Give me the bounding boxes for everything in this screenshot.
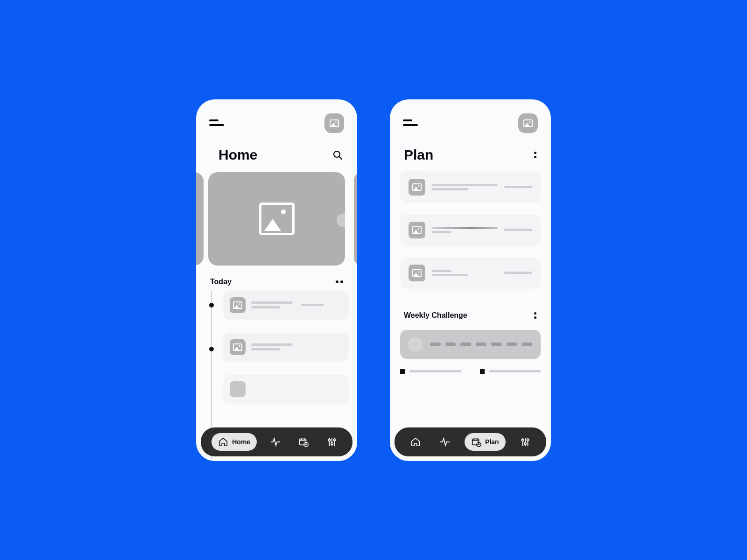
topbar [196,99,357,138]
svg-point-21 [524,442,526,444]
search-icon[interactable] [332,149,343,161]
nav-settings[interactable] [322,433,342,451]
card-thumbnail [230,297,246,313]
card-thumbnail [230,381,246,397]
more-icon[interactable] [336,280,343,283]
activity-icon [440,437,450,447]
image-icon [523,119,533,127]
progress-segments [430,343,532,346]
plan-list [390,168,551,289]
image-icon [233,343,242,351]
svg-point-0 [334,151,340,157]
svg-point-12 [333,439,335,441]
today-label: Today [210,278,232,286]
legend-marker [480,369,485,374]
image-icon [412,183,422,191]
nav-home[interactable] [406,433,425,451]
svg-point-23 [527,439,529,441]
calendar-clock-icon [298,437,309,447]
nav-home[interactable]: Home [211,433,257,451]
topbar [390,99,551,138]
carousel-slide-prev[interactable] [196,172,204,266]
weekly-label: Weekly Challenge [404,311,467,320]
more-icon[interactable] [534,152,537,158]
feature-carousel[interactable] [196,172,357,266]
sliders-icon [520,437,530,447]
nav-activity[interactable] [266,433,285,451]
item-body [432,225,498,235]
card-body [251,341,342,353]
menu-icon[interactable] [209,119,224,127]
menu-icon[interactable] [403,119,418,127]
legend-item [400,369,461,374]
timeline-card[interactable] [223,291,349,320]
svg-point-19 [521,439,523,441]
timeline-dot [209,347,214,351]
carousel-slide-current[interactable] [208,172,345,266]
bottom-nav: Plan [395,427,546,456]
card-thumbnail [230,339,246,355]
bottom-nav: Home [201,427,352,456]
carousel-slide-next[interactable] [354,172,357,266]
item-thumbnail [409,265,425,281]
weekly-progress-card[interactable] [400,330,541,359]
timeline-card[interactable] [223,375,349,404]
home-icon [218,437,228,447]
plan-screen: Plan [390,99,551,461]
image-placeholder-icon [259,203,295,235]
home-screen: Home Today [196,99,357,461]
svg-rect-2 [300,439,306,445]
home-icon [410,437,421,447]
item-body [432,268,498,278]
image-icon [412,226,422,234]
nav-plan[interactable]: Plan [465,433,506,451]
nav-plan-label: Plan [485,438,499,446]
activity-icon [270,437,281,447]
plan-item[interactable] [400,214,541,246]
item-thumbnail [409,179,425,196]
svg-line-1 [339,157,342,159]
nav-activity[interactable] [435,433,455,451]
profile-avatar-button[interactable] [324,113,344,133]
image-icon [233,301,242,309]
nav-settings[interactable] [515,433,535,451]
profile-avatar-button[interactable] [518,113,538,133]
timeline-dot [209,303,214,308]
carousel-indicator [337,213,351,227]
svg-rect-13 [472,439,479,445]
calendar-clock-icon [471,437,481,447]
legend-marker [400,369,405,374]
item-body [432,182,498,192]
legend-item [480,369,541,374]
timeline-card[interactable] [223,333,349,362]
svg-point-8 [328,439,330,441]
weekly-section-header: Weekly Challenge [390,289,551,324]
sliders-icon [327,437,337,447]
today-section-header: Today [196,266,357,291]
plan-item[interactable] [400,171,541,203]
item-thumbnail [409,222,425,238]
progress-circle-icon [409,337,423,351]
more-icon[interactable] [534,312,537,319]
image-icon [412,269,422,277]
plan-item[interactable] [400,257,541,289]
card-body [251,299,342,311]
nav-home-label: Home [232,438,250,446]
svg-point-10 [331,442,333,444]
page-title: Home [218,147,257,163]
image-icon [330,119,339,127]
title-row: Plan [390,138,551,168]
title-row: Home [196,138,357,168]
page-title: Plan [404,147,433,163]
nav-plan[interactable] [294,433,313,451]
legend [400,369,541,374]
